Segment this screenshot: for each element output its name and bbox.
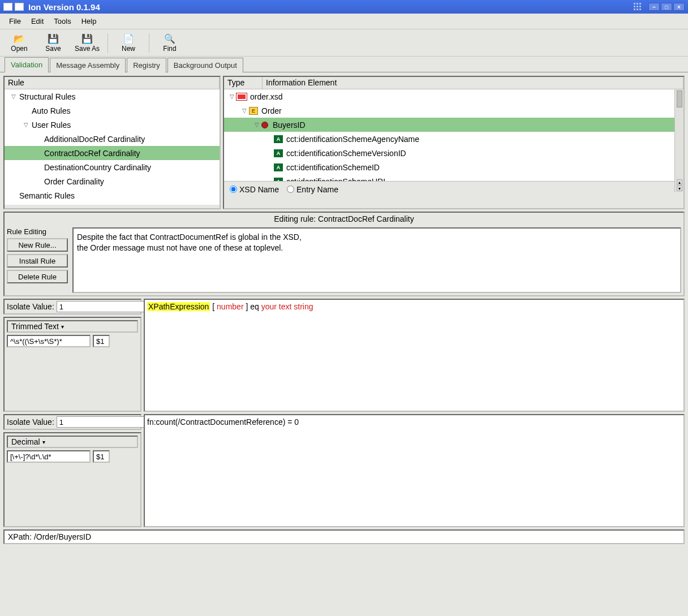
rule-tree-item[interactable]: Semantic Rules: [5, 188, 220, 203]
type-tree-panel: Type Information Element ▽order.xsd▽EOrd…: [223, 76, 685, 209]
attribute-icon: A: [274, 178, 283, 182]
toolbar: 📂Open 💾Save 💾Save As 📄New 🔍Find: [0, 29, 688, 57]
type-tree-item[interactable]: Acct:identificationSchemeVersionID: [224, 146, 683, 160]
info-element-column-header[interactable]: Information Element: [263, 77, 683, 89]
new-icon: 📄: [122, 33, 135, 44]
tab-row: Validation Message Assembly Registry Bac…: [0, 57, 688, 72]
rule-tree-item[interactable]: ▽User Rules: [5, 118, 220, 132]
caret-down-icon: ▾: [42, 439, 45, 445]
edit-rule-title: Editing rule: ContractDocRef Cardinality: [5, 213, 683, 225]
menu-tools[interactable]: Tools: [49, 15, 75, 27]
regex-replace-input-1[interactable]: [93, 335, 110, 347]
toolbar-separator: [108, 33, 108, 53]
entry-name-radio[interactable]: Entry Name: [287, 185, 338, 194]
type-tree-item[interactable]: ▽EOrder: [224, 104, 683, 118]
type-tree-scrollbar[interactable]: ▴▾: [674, 89, 683, 192]
menu-help[interactable]: Help: [77, 15, 101, 27]
maximize-button[interactable]: □: [661, 3, 672, 11]
isolate-type-select-1[interactable]: Trimmed Text▾: [7, 320, 138, 333]
open-icon: 📂: [13, 33, 25, 44]
rule-editing-label: Rule Editing: [7, 227, 68, 236]
element-dot-icon: [261, 122, 268, 128]
tab-background-output[interactable]: Background Output: [167, 58, 243, 72]
rule-column-header[interactable]: Rule: [5, 77, 220, 89]
regex-pattern-input-2[interactable]: [7, 450, 91, 463]
attribute-icon: A: [274, 135, 283, 143]
isolate-value-input-2[interactable]: [57, 416, 157, 428]
xpath-status-bar: XPath: /Order/BuyersID: [3, 529, 685, 544]
scroll-up-icon[interactable]: ▴: [677, 179, 682, 185]
save-icon: 💾: [47, 33, 59, 44]
new-rule-button[interactable]: New Rule...: [7, 238, 68, 252]
expression-editor-2[interactable]: fn:count(/ContractDocumentReference) = 0: [144, 414, 685, 527]
isolate-type-select-2[interactable]: Decimal▾: [7, 436, 138, 448]
attribute-icon: A: [274, 149, 283, 157]
titlebar: Ion Version 0.1.94 – □ ×: [0, 0, 688, 14]
rule-tree-panel: Rule ▽Structural Rules Auto Rules▽User R…: [3, 76, 221, 209]
rule-tree-item[interactable]: Auto Rules: [5, 104, 220, 118]
regex-pattern-input-1[interactable]: [7, 335, 91, 347]
rule-tree[interactable]: ▽Structural Rules Auto Rules▽User RulesA…: [5, 89, 220, 205]
rule-description[interactable]: Despite the fact that ContractDocumentRe…: [72, 227, 681, 293]
type-tree-item[interactable]: ▽order.xsd: [224, 89, 683, 104]
expression-editor-1[interactable]: XPathExpression [ number ] eq your text …: [144, 299, 685, 412]
type-tree-item[interactable]: Acct:identificationSchemeID: [224, 160, 683, 174]
tab-validation[interactable]: Validation: [5, 57, 49, 72]
regex-replace-input-2[interactable]: [93, 450, 110, 463]
rule-tree-item[interactable]: ▽Structural Rules: [5, 89, 220, 104]
rule-tree-item[interactable]: AdditionalDocRef Cardinality: [5, 132, 220, 146]
save-button[interactable]: 💾Save: [40, 33, 67, 53]
menu-edit[interactable]: Edit: [27, 15, 48, 27]
minimize-button[interactable]: –: [648, 3, 660, 11]
scroll-down-icon[interactable]: ▾: [677, 186, 682, 191]
file-icon: [236, 93, 247, 100]
tab-message-assembly[interactable]: Message Assembly: [50, 58, 126, 72]
tab-registry[interactable]: Registry: [127, 58, 166, 72]
isolate-value-row-1: Isolate Value: ▴▾: [3, 299, 141, 315]
titlebar-grip: [634, 3, 643, 11]
saveas-button[interactable]: 💾Save As: [74, 33, 101, 53]
xpath-expression-token: XPathExpression: [147, 302, 210, 311]
toolbar-separator: [149, 33, 149, 53]
scrollbar-thumb[interactable]: [677, 91, 682, 107]
caret-down-icon: ▾: [61, 324, 64, 330]
isolate-value-input-1[interactable]: [57, 301, 157, 312]
isolate-value-row-2: Isolate Value: ▴▾: [3, 414, 141, 430]
type-tree-item[interactable]: Acct:identificationSchemeURI: [224, 174, 683, 181]
rule-tree-item[interactable]: DestinationCountry Cardinality: [5, 160, 220, 174]
titlebar-icons: [3, 3, 24, 11]
edit-rule-panel: Editing rule: ContractDocRef Cardinality…: [3, 212, 685, 296]
type-column-header[interactable]: Type: [224, 77, 263, 89]
new-button[interactable]: 📄New: [115, 33, 142, 53]
type-tree[interactable]: ▽order.xsd▽EOrder▽BuyersIDAcct:identific…: [224, 89, 683, 181]
menubar: File Edit Tools Help: [0, 14, 688, 29]
find-button[interactable]: 🔍Find: [156, 33, 183, 53]
window-title: Ion Version 0.1.94: [28, 2, 634, 12]
rule-tree-item[interactable]: ContractDocRef Cardinality: [5, 146, 220, 160]
close-button[interactable]: ×: [673, 3, 685, 11]
text-string-token: your text string: [261, 302, 313, 311]
attribute-icon: A: [274, 163, 283, 171]
xsd-name-radio[interactable]: XSD Name: [230, 185, 279, 194]
type-tree-item[interactable]: Acct:identificationSchemeAgencyName: [224, 132, 683, 146]
install-rule-button[interactable]: Install Rule: [7, 254, 68, 268]
rule-tree-item[interactable]: Order Cardinality: [5, 174, 220, 188]
find-icon: 🔍: [164, 33, 176, 44]
menu-file[interactable]: File: [5, 15, 25, 27]
number-token: number: [217, 302, 243, 311]
open-button[interactable]: 📂Open: [6, 33, 33, 53]
delete-rule-button[interactable]: Delete Rule: [7, 270, 68, 283]
saveas-icon: 💾: [81, 33, 93, 44]
type-tree-item[interactable]: ▽BuyersID: [224, 118, 683, 132]
isolate-value-label: Isolate Value:: [7, 302, 54, 311]
element-icon: E: [249, 107, 258, 115]
isolate-value-label: Isolate Value:: [7, 417, 54, 427]
